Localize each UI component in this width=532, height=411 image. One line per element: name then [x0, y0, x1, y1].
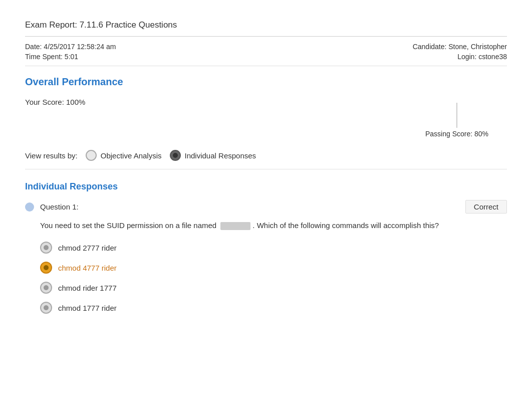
answer-1-radio-inner: [44, 245, 49, 250]
answer-2-text: chmod 4777 rider: [58, 264, 117, 272]
your-score-value: 100%: [66, 98, 85, 106]
answer-option-4[interactable]: chmod 1777 rider: [40, 302, 507, 314]
answer-option-2[interactable]: chmod 4777 rider: [40, 262, 507, 274]
passing-score-container: Passing Score: 80%: [407, 98, 507, 138]
score-section: Your Score: 100% Passing Score: 80%: [25, 98, 507, 138]
answer-2-radio-inner: [44, 265, 49, 270]
individual-responses-radio[interactable]: [170, 150, 181, 161]
question-1-dot: [25, 202, 34, 212]
question-1-label: Question 1:: [40, 202, 459, 211]
meta-section: Date: 4/25/2017 12:58:24 am Time Spent: …: [25, 43, 507, 66]
overall-performance-section: Overall Performance Your Score: 100% Pas…: [25, 76, 507, 138]
date-field: Date: 4/25/2017 12:58:24 am: [25, 43, 116, 51]
objective-analysis-option[interactable]: Objective Analysis: [86, 150, 162, 161]
answer-option-1[interactable]: chmod 2777 rider: [40, 242, 507, 254]
individual-responses-option[interactable]: Individual Responses: [170, 150, 256, 161]
question-1-text: You need to set the SUID permission on a…: [40, 220, 507, 232]
view-results-label: View results by:: [25, 151, 78, 160]
meta-right: Candidate: Stone, Christopher Login: cst…: [413, 43, 507, 61]
your-score: Your Score: 100%: [25, 98, 85, 106]
time-spent-value: 5:01: [65, 53, 78, 61]
login-label: Login:: [457, 53, 478, 61]
answer-4-radio[interactable]: [40, 302, 52, 314]
question-1-body: You need to set the SUID permission on a…: [40, 220, 507, 314]
answer-option-3[interactable]: chmod rider 1777: [40, 282, 507, 294]
your-score-label: Your Score:: [25, 98, 66, 106]
answer-2-radio[interactable]: [40, 262, 52, 274]
page-container: Exam Report: 7.11.6 Practice Questions D…: [0, 0, 532, 411]
passing-score-label: Passing Score: 80%: [425, 130, 488, 138]
exam-title: Exam Report: 7.11.6 Practice Questions: [25, 20, 507, 37]
time-spent-field: Time Spent: 5:01: [25, 53, 116, 61]
view-results-section: View results by: Objective Analysis Indi…: [25, 150, 507, 169]
bar-line: [456, 103, 457, 128]
answer-1-text: chmod 2777 rider: [58, 244, 117, 252]
question-1-row: Question 1: Correct: [25, 200, 507, 214]
overall-performance-title: Overall Performance: [25, 76, 507, 88]
redacted-filename: [220, 222, 250, 230]
passing-score-text: Passing Score:: [425, 130, 474, 138]
individual-responses-title: Individual Responses: [25, 181, 507, 192]
login-field: Login: cstone38: [457, 53, 507, 61]
candidate-label: Candidate:: [413, 43, 449, 51]
meta-left: Date: 4/25/2017 12:58:24 am Time Spent: …: [25, 43, 116, 61]
login-value: cstone38: [478, 53, 507, 61]
date-label: Date:: [25, 43, 44, 51]
individual-responses-label: Individual Responses: [185, 151, 256, 160]
question-1-status: Correct: [465, 200, 507, 214]
date-value: 4/25/2017 12:58:24 am: [44, 43, 116, 51]
answer-4-radio-inner: [44, 305, 49, 310]
answer-3-radio-inner: [44, 285, 49, 290]
bar-chart: [407, 98, 507, 128]
candidate-value: Stone, Christopher: [448, 43, 507, 51]
passing-score-value: 80%: [474, 130, 488, 138]
answer-4-text: chmod 1777 rider: [58, 304, 117, 312]
answer-3-text: chmod rider 1777: [58, 284, 117, 292]
answer-1-radio[interactable]: [40, 242, 52, 254]
objective-analysis-label: Objective Analysis: [101, 151, 162, 160]
time-spent-label: Time Spent:: [25, 53, 65, 61]
answer-3-radio[interactable]: [40, 282, 52, 294]
candidate-field: Candidate: Stone, Christopher: [413, 43, 507, 51]
individual-responses-section: Individual Responses Question 1: Correct…: [25, 181, 507, 314]
objective-analysis-radio[interactable]: [86, 150, 97, 161]
